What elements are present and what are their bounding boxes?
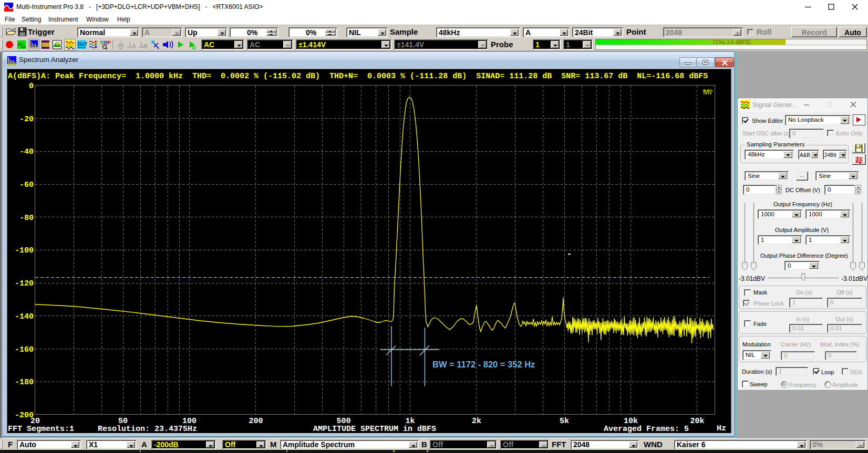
svg-text:-40: -40 [19,148,34,156]
svg-text:200: 200 [249,417,263,426]
svg-text:2k: 2k [472,417,481,426]
svg-text:Hz: Hz [717,424,726,433]
svg-text:-160: -160 [15,345,34,354]
svg-text:A: A [132,43,136,49]
svg-text:-100: -100 [15,246,34,255]
svg-text:0: 0 [29,82,34,91]
svg-text:A(dBFS)A: Peak Frequency= 1.0: A(dBFS)A: Peak Frequency= 1.0000 kHz THD… [8,72,708,81]
svg-text:DDP: DDP [100,39,111,45]
svg-text:BW = 1172 - 820 = 352 Hz: BW = 1172 - 820 = 352 Hz [432,360,535,369]
svg-text:Resolution: 23.4375Hz: Resolution: 23.4375Hz [98,425,197,434]
svg-text:Averaged Frames: 5: Averaged Frames: 5 [604,425,689,434]
svg-text:-80: -80 [19,214,34,223]
svg-text:888: 888 [42,42,50,48]
svg-text:FFT Segments:1: FFT Segments:1 [8,425,74,434]
svg-text:-180: -180 [15,378,34,387]
svg-text:DUT: DUT [78,41,88,47]
svg-text:-60: -60 [19,181,34,189]
svg-text:-20: -20 [19,115,34,124]
svg-text:20k: 20k [690,417,704,426]
svg-text:B: B [143,43,148,49]
svg-text:-140: -140 [15,312,34,321]
svg-text:Mi: Mi [703,87,712,96]
svg-text:-120: -120 [15,279,34,288]
svg-text:5k: 5k [560,417,569,426]
svg-text:AMPLITUDE SPECTRUM in dBFS: AMPLITUDE SPECTRUM in dBFS [313,425,436,434]
